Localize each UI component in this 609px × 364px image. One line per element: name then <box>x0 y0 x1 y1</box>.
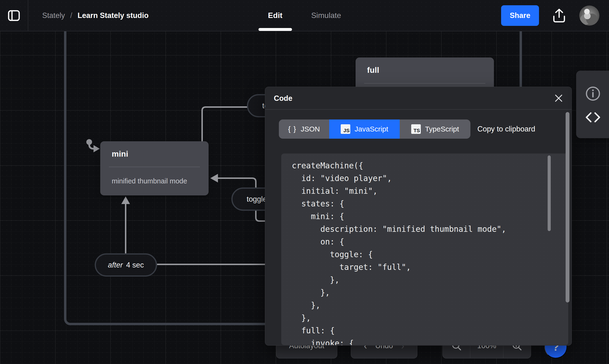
code-modal-title: Code <box>274 87 292 110</box>
stately-studio-app: full mini minified thumbnail mode toggle… <box>0 0 609 364</box>
info-button[interactable] <box>585 86 601 101</box>
state-title-full: full <box>367 57 379 83</box>
code-modal-header: Code <box>265 87 572 110</box>
tab-edit[interactable]: Edit <box>268 0 282 31</box>
tab-javascript-label: JavaScript <box>355 125 388 133</box>
event-label: toggle <box>247 195 267 204</box>
initial-state-dot <box>86 139 92 145</box>
active-tab-underline <box>259 28 292 31</box>
code-brackets-icon <box>585 112 601 123</box>
code-line: target: "full", <box>292 261 558 273</box>
code-line: }, <box>292 273 558 286</box>
state-node-mini[interactable]: mini minified thumbnail mode <box>100 141 208 195</box>
code-block[interactable]: createMachine({ id: "video player", init… <box>281 154 568 345</box>
export-button[interactable] <box>553 8 566 23</box>
code-line: }, <box>292 299 558 312</box>
tab-simulate-label: Simulate <box>311 11 341 20</box>
code-content: createMachine({ id: "video player", init… <box>292 159 558 345</box>
tab-simulate[interactable]: Simulate <box>311 0 341 31</box>
code-line: toggle: { <box>292 248 558 261</box>
code-line: }, <box>292 312 558 324</box>
event-label-delay: 4 sec <box>126 261 144 269</box>
event-pill-after-4sec[interactable]: after 4 sec <box>95 253 157 277</box>
right-tool-panel <box>576 71 609 138</box>
info-icon <box>585 86 601 101</box>
state-title-mini: mini <box>112 141 128 167</box>
initial-state-arrowhead <box>94 145 100 152</box>
tab-typescript[interactable]: TS TypeScript <box>400 119 471 139</box>
ts-badge-icon: TS <box>411 124 421 134</box>
language-tab-group: { } JSON JS JavaScript TS TypeScript <box>279 119 471 139</box>
arrowhead-into-mini-right <box>210 174 218 182</box>
code-line: full: { <box>292 324 558 337</box>
code-line: on: { <box>292 235 558 248</box>
modal-scrollbar[interactable] <box>566 112 569 302</box>
arrowhead-into-mini-bottom <box>121 196 130 204</box>
code-line: initial: "mini", <box>292 185 558 197</box>
tab-json-label: JSON <box>301 125 320 133</box>
tab-typescript-label: TypeScript <box>425 125 459 133</box>
code-scrollbar[interactable] <box>548 156 551 231</box>
braces-icon: { } <box>288 125 296 133</box>
avatar[interactable] <box>579 5 599 26</box>
share-button[interactable]: Share <box>501 5 539 26</box>
close-button[interactable] <box>553 93 564 104</box>
tab-javascript[interactable]: JS JavaScript <box>329 119 400 139</box>
code-panel-button[interactable] <box>585 112 601 123</box>
tab-json[interactable]: { } JSON <box>279 119 329 139</box>
event-label-after: after <box>108 261 123 269</box>
state-description-mini: minified thumbnail mode <box>112 167 187 195</box>
initial-state-curve <box>89 144 94 149</box>
code-modal: Code { } JSON JS JavaScript TS TypeScrip… <box>265 87 572 346</box>
copy-to-clipboard-button[interactable]: Copy to clipboard <box>477 119 535 139</box>
code-line: invoke: { <box>292 337 558 345</box>
code-line: }, <box>292 286 558 299</box>
top-bar: Stately / Learn Stately studio Edit Simu… <box>0 0 609 31</box>
code-line: mini: { <box>292 210 558 223</box>
code-line: states: { <box>292 197 558 210</box>
tab-edit-label: Edit <box>268 11 282 20</box>
code-line: id: "video player", <box>292 172 558 185</box>
code-line: description: "minified thumbnail mode", <box>292 223 558 235</box>
js-badge-icon: JS <box>341 124 350 134</box>
node-divider <box>364 83 485 84</box>
upload-icon <box>553 8 566 23</box>
code-line: createMachine({ <box>292 159 558 172</box>
close-icon <box>554 93 563 103</box>
